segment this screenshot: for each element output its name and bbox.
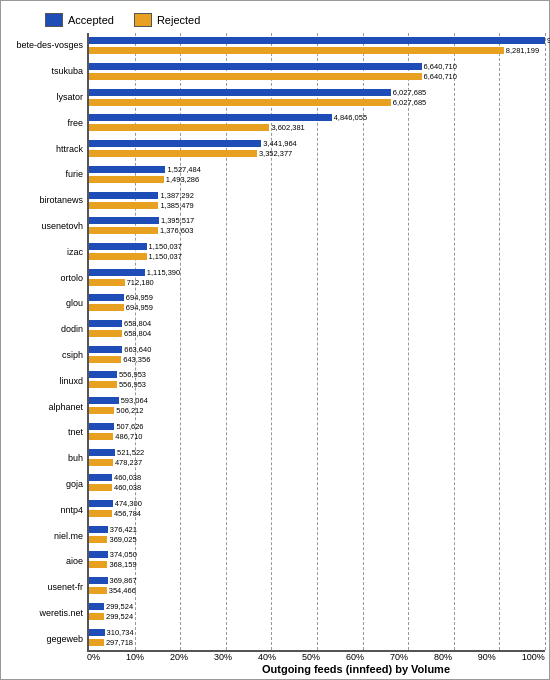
- accepted-value: 6,027,685: [393, 88, 426, 97]
- rejected-bar: [89, 99, 391, 106]
- y-label: csiph: [5, 343, 87, 369]
- x-labels: 0%10%20%30%40%50%60%70%80%90%100%: [87, 652, 545, 662]
- accepted-bar: [89, 449, 115, 456]
- rejected-value: 297,718: [106, 638, 133, 647]
- rejected-value: 506,212: [116, 406, 143, 415]
- rejected-bar: [89, 73, 422, 80]
- x-label: 20%: [170, 652, 188, 662]
- y-label: linuxd: [5, 368, 87, 394]
- bar-row: 299,524299,524: [89, 598, 545, 624]
- bar-row: 593,064506,212: [89, 393, 545, 419]
- legend-accepted: Accepted: [45, 13, 114, 27]
- accepted-value: 1,387,292: [160, 191, 193, 200]
- bar-row: 521,522478,237: [89, 444, 545, 470]
- accepted-value: 658,804: [124, 319, 151, 328]
- plot-area: 9,105,3818,281,1996,640,7106,640,7106,02…: [87, 33, 545, 652]
- x-title-row: Outgoing feeds (innfeed) by Volume: [5, 662, 545, 675]
- rejected-value: 478,237: [115, 458, 142, 467]
- bar-row: 1,395,5171,376,603: [89, 213, 545, 239]
- x-axis-row: 0%10%20%30%40%50%60%70%80%90%100%: [5, 652, 545, 662]
- rejected-bar: [89, 510, 112, 517]
- accepted-bar: [89, 114, 332, 121]
- accepted-bar: [89, 217, 159, 224]
- rejected-bar: [89, 459, 113, 466]
- bar-row: 1,527,4841,493,286: [89, 162, 545, 188]
- rejected-value: 369,025: [109, 535, 136, 544]
- x-label: 40%: [258, 652, 276, 662]
- y-label: usenetovh: [5, 214, 87, 240]
- bar-row: 658,804658,804: [89, 316, 545, 342]
- y-label: nntp4: [5, 497, 87, 523]
- rejected-legend-box: [134, 13, 152, 27]
- rejected-value: 3,352,377: [259, 149, 292, 158]
- y-label: tsukuba: [5, 59, 87, 85]
- y-label: goja: [5, 472, 87, 498]
- rejected-legend-label: Rejected: [157, 14, 200, 26]
- bar-row: 694,959694,959: [89, 290, 545, 316]
- y-label: usenet-fr: [5, 575, 87, 601]
- rejected-bar: [89, 613, 104, 620]
- accepted-bar: [89, 37, 545, 44]
- accepted-value: 474,300: [115, 499, 142, 508]
- accepted-bar: [89, 603, 104, 610]
- accepted-bar: [89, 551, 108, 558]
- rejected-bar: [89, 124, 269, 131]
- y-label: buh: [5, 446, 87, 472]
- bar-row: 6,640,7106,640,710: [89, 59, 545, 85]
- bar-row: 3,441,9643,352,377: [89, 136, 545, 162]
- accepted-value: 374,050: [110, 550, 137, 559]
- accepted-bar: [89, 140, 261, 147]
- accepted-bar: [89, 269, 145, 276]
- rejected-bar: [89, 202, 158, 209]
- accepted-bar: [89, 526, 108, 533]
- x-label: 80%: [434, 652, 452, 662]
- bars-wrapper: 9,105,3818,281,1996,640,7106,640,7106,02…: [89, 33, 545, 650]
- rejected-bar: [89, 484, 112, 491]
- accepted-bar: [89, 371, 117, 378]
- x-label: 90%: [478, 652, 496, 662]
- accepted-value: 310,734: [107, 628, 134, 637]
- rejected-bar: [89, 381, 117, 388]
- y-label: gegeweb: [5, 626, 87, 652]
- accepted-value: 1,115,390: [147, 268, 180, 277]
- bar-row: 663,640643,356: [89, 341, 545, 367]
- bar-row: 1,115,390712,180: [89, 264, 545, 290]
- bar-row: 376,421369,025: [89, 521, 545, 547]
- rejected-bar: [89, 639, 104, 646]
- accepted-bar: [89, 192, 158, 199]
- grid-line: [545, 33, 546, 650]
- y-label: tnet: [5, 420, 87, 446]
- rejected-value: 643,356: [123, 355, 150, 364]
- accepted-bar: [89, 577, 108, 584]
- accepted-bar: [89, 89, 391, 96]
- accepted-bar: [89, 63, 422, 70]
- x-label: 100%: [522, 652, 545, 662]
- rejected-value: 460,038: [114, 483, 141, 492]
- rejected-value: 1,150,037: [149, 252, 182, 261]
- legend-rejected: Rejected: [134, 13, 200, 27]
- rejected-value: 1,493,286: [166, 175, 199, 184]
- y-label: furie: [5, 162, 87, 188]
- rejected-value: 658,804: [124, 329, 151, 338]
- rejected-bar: [89, 536, 107, 543]
- rejected-bar: [89, 304, 124, 311]
- x-label: 70%: [390, 652, 408, 662]
- accepted-value: 521,522: [117, 448, 144, 457]
- rejected-value: 712,180: [127, 278, 154, 287]
- rejected-bar: [89, 176, 164, 183]
- y-label: weretis.net: [5, 601, 87, 627]
- x-label: 50%: [302, 652, 320, 662]
- bar-row: 374,050368,159: [89, 547, 545, 573]
- bar-row: 1,150,0371,150,037: [89, 239, 545, 265]
- bar-row: 460,038460,038: [89, 470, 545, 496]
- accepted-bar: [89, 320, 122, 327]
- legend: Accepted Rejected: [5, 9, 545, 33]
- rejected-bar: [89, 253, 147, 260]
- accepted-bar: [89, 166, 165, 173]
- accepted-bar: [89, 423, 114, 430]
- rejected-value: 694,959: [126, 303, 153, 312]
- bar-row: 4,846,0553,602,381: [89, 110, 545, 136]
- accepted-value: 1,395,517: [161, 216, 194, 225]
- accepted-value: 663,640: [124, 345, 151, 354]
- accepted-value: 299,524: [106, 602, 133, 611]
